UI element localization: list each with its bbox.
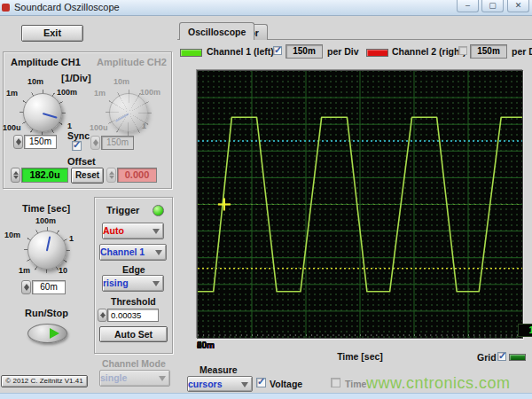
exit-button[interactable]: Exit bbox=[21, 25, 83, 42]
time-field[interactable]: 60m bbox=[32, 280, 66, 294]
window-title-bar[interactable]: Soundcard Oszilloscope – ▢ ✕ bbox=[0, 0, 532, 16]
measure-mode-dropdown[interactable]: cursors bbox=[187, 376, 253, 392]
knob-scale-label: 10m bbox=[27, 77, 43, 86]
per-div-unit-label: [1/Div] bbox=[61, 73, 91, 83]
trigger-label: Trigger bbox=[106, 205, 139, 215]
knob-scale-label: 100u bbox=[3, 123, 21, 132]
ch1-offset-spinner[interactable] bbox=[11, 168, 20, 183]
knob-scale-label: 10m bbox=[4, 231, 20, 239]
sync-checkbox[interactable] bbox=[72, 141, 82, 151]
ch2-enable-checkbox[interactable] bbox=[458, 46, 467, 55]
ch1-amplitude-field[interactable]: 150m bbox=[24, 135, 57, 149]
ch2-div-field[interactable]: 150m bbox=[470, 44, 507, 59]
ch2-knob-needle bbox=[115, 113, 129, 122]
x-axis-title: Time [sec] bbox=[197, 351, 523, 362]
time-spinner[interactable] bbox=[21, 280, 31, 294]
x-tick-label: 60m bbox=[197, 340, 215, 350]
scope-svg bbox=[198, 71, 522, 338]
play-icon bbox=[50, 328, 59, 339]
minimize-button[interactable]: – bbox=[457, 0, 479, 12]
ch2-offset-field[interactable]: 0.000 bbox=[117, 168, 157, 183]
dropdown-arrow-icon bbox=[241, 382, 248, 387]
app-window: Soundcard Oszilloscope – ▢ ✕ Exit Amplit… bbox=[0, 0, 532, 399]
threshold-label: Threshold bbox=[111, 296, 156, 307]
ch1-amplitude-spinner[interactable] bbox=[13, 135, 23, 149]
ch2-amplitude-spinner[interactable] bbox=[90, 136, 100, 150]
scope-plot[interactable]: A 726.4m -726.4m dA 1.453 bbox=[197, 70, 523, 339]
grid-color-swatch bbox=[509, 354, 526, 361]
edge-label: Edge bbox=[122, 264, 145, 275]
time-measure-label: Time bbox=[345, 379, 366, 389]
tab-bar: Oscilloscope X-Y Graph Frequency Signalg… bbox=[179, 22, 532, 41]
ch1-amplitude-knob[interactable] bbox=[23, 93, 62, 132]
tab-oscilloscope[interactable]: Oscilloscope bbox=[179, 22, 254, 40]
reset-button[interactable]: Reset bbox=[71, 168, 104, 184]
dropdown-arrow-icon bbox=[153, 281, 160, 286]
ch2-offset-spinner[interactable] bbox=[106, 168, 116, 183]
knob-scale-label: 1m bbox=[19, 266, 30, 275]
window-bottom-edge bbox=[0, 393, 532, 399]
trigger-edge-dropdown[interactable]: rising bbox=[102, 275, 164, 292]
dropdown-arrow-icon bbox=[155, 250, 162, 255]
auto-set-button[interactable]: Auto Set bbox=[99, 326, 168, 342]
ch1-div-field[interactable]: 150m bbox=[286, 44, 323, 59]
voltage-label: Voltage bbox=[270, 379, 302, 389]
knob-scale-label: 10m bbox=[113, 77, 129, 86]
ch1-enable-checkbox[interactable] bbox=[273, 46, 282, 55]
time-knob[interactable] bbox=[27, 231, 66, 270]
offset-label: Offset bbox=[67, 156, 96, 167]
time-base-label: Time [sec] bbox=[22, 203, 70, 214]
delta-value: 1.453 bbox=[518, 324, 532, 337]
app-icon bbox=[2, 4, 10, 12]
window-title: Soundcard Oszilloscope bbox=[14, 2, 120, 12]
time-knob-needle bbox=[46, 236, 51, 251]
channel-mode-label: Channel Mode bbox=[102, 358, 166, 369]
knob-scale-label: 1 bbox=[67, 121, 72, 130]
knob-scale-label: 1m bbox=[94, 89, 106, 98]
copyright-button[interactable]: © 2012 C. Zeitnitz V1.41 bbox=[1, 375, 88, 387]
ch2-amplitude-field[interactable]: 150m bbox=[101, 136, 134, 150]
ch2-legend-label: Channel 2 (right) bbox=[392, 46, 466, 57]
knob-scale-label: 100u bbox=[90, 123, 108, 132]
threshold-spinner[interactable] bbox=[98, 309, 107, 322]
time-measure-checkbox[interactable] bbox=[331, 378, 340, 387]
amplitude-ch1-label: Amplitude CH1 bbox=[11, 57, 81, 67]
maximize-button[interactable]: ▢ bbox=[481, 0, 504, 12]
voltage-checkbox[interactable] bbox=[256, 378, 266, 387]
ch1-knob-needle bbox=[43, 113, 58, 119]
channel-mode-dropdown[interactable]: single bbox=[99, 370, 170, 387]
trigger-led bbox=[153, 205, 164, 216]
ch2-color-swatch bbox=[366, 49, 388, 57]
dropdown-arrow-icon bbox=[153, 229, 160, 234]
ch2-per-div-label: per Div bbox=[512, 46, 532, 57]
trigger-mode-dropdown[interactable]: Auto bbox=[102, 223, 164, 239]
knob-scale-label: 1 bbox=[69, 234, 74, 243]
ch1-per-div-label: per Div bbox=[327, 46, 359, 57]
dropdown-arrow-icon bbox=[159, 376, 166, 381]
ch2-amplitude-knob[interactable] bbox=[109, 93, 148, 132]
grid-checkbox[interactable] bbox=[497, 352, 506, 361]
amplitude-ch2-label: Amplitude CH2 bbox=[97, 57, 167, 67]
knob-scale-label: 100m bbox=[35, 216, 56, 225]
grid-label: Grid bbox=[477, 352, 497, 363]
measure-label: Measure bbox=[200, 364, 238, 375]
ch1-offset-field[interactable]: 182.0u bbox=[21, 168, 68, 183]
run-stop-label: Run/Stop bbox=[25, 308, 68, 318]
watermark: www.cntronics.com bbox=[366, 374, 511, 393]
ch1-legend-label: Channel 1 (left) bbox=[207, 46, 274, 57]
knob-scale-label: 100m bbox=[57, 88, 77, 97]
close-button[interactable]: ✕ bbox=[507, 0, 529, 12]
knob-scale-label: 1m bbox=[6, 89, 18, 98]
trigger-source-dropdown[interactable]: Channel 1 bbox=[99, 244, 167, 261]
ch1-color-swatch bbox=[180, 49, 202, 57]
threshold-field[interactable]: 0.00035 bbox=[107, 309, 159, 322]
run-stop-button[interactable] bbox=[27, 324, 67, 343]
